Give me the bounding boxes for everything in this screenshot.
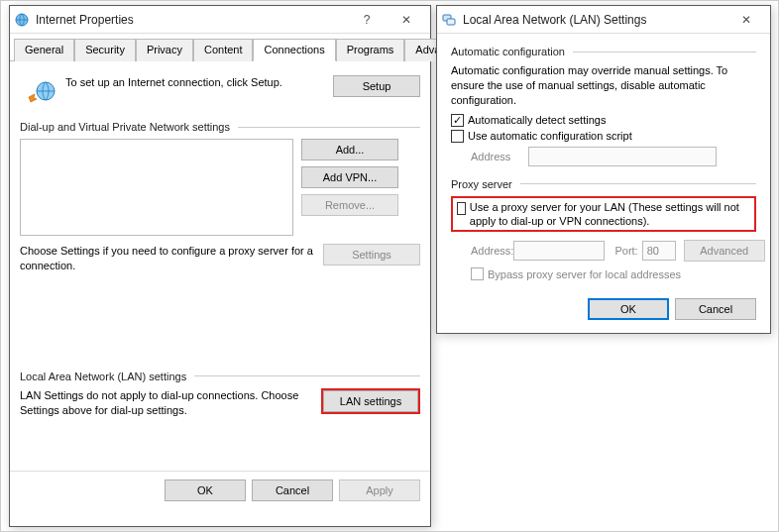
- setup-button[interactable]: Setup: [333, 75, 420, 97]
- cancel-button[interactable]: Cancel: [675, 298, 756, 320]
- use-script-checkbox[interactable]: [451, 130, 464, 143]
- script-address-input: [528, 147, 717, 166]
- tab-content[interactable]: Content: [193, 39, 254, 61]
- bypass-checkbox: [471, 267, 484, 280]
- script-address-label: Address: [471, 151, 528, 162]
- use-script-label: Use automatic configuration script: [468, 130, 632, 142]
- close-button[interactable]: ✕: [387, 9, 426, 31]
- tabstrip: General Security Privacy Content Connect…: [10, 34, 430, 61]
- proxy-header: Proxy server: [451, 178, 516, 190]
- close-button[interactable]: ✕: [726, 9, 766, 31]
- proxy-address-label: Address:: [471, 245, 513, 257]
- lan-settings-button[interactable]: LAN settings: [323, 390, 418, 412]
- dialup-listbox[interactable]: [20, 139, 293, 236]
- connection-wizard-icon: [26, 77, 57, 109]
- lan-settings-highlight: LAN settings: [321, 388, 420, 414]
- ok-button[interactable]: OK: [588, 298, 669, 320]
- internet-properties-window: Internet Properties ? ✕ General Security…: [9, 5, 431, 527]
- use-proxy-label: Use a proxy server for your LAN (These s…: [470, 200, 750, 229]
- network-icon: [441, 12, 457, 28]
- dialup-settings-button: Settings: [323, 244, 420, 266]
- tab-programs[interactable]: Programs: [336, 39, 405, 61]
- titlebar: Local Area Network (LAN) Settings ✕: [437, 6, 770, 34]
- dialup-note: Choose Settings if you need to configure…: [20, 244, 323, 273]
- window-title: Internet Properties: [36, 13, 347, 27]
- dialup-header: Dial-up and Virtual Private Network sett…: [20, 121, 234, 133]
- remove-button: Remove...: [301, 194, 398, 216]
- proxy-address-input: [513, 241, 605, 261]
- proxy-port-input: [642, 241, 676, 261]
- tab-security[interactable]: Security: [74, 39, 136, 61]
- lan-header: Local Area Network (LAN) settings: [20, 371, 190, 382]
- lan-note: LAN Settings do not apply to dial-up con…: [20, 388, 321, 418]
- ok-button[interactable]: OK: [165, 479, 246, 501]
- proxy-use-highlight: Use a proxy server for your LAN (These s…: [451, 196, 756, 233]
- auto-config-desc: Automatic configuration may override man…: [451, 63, 756, 108]
- lan-settings-window: Local Area Network (LAN) Settings ✕ Auto…: [436, 5, 771, 334]
- apply-button: Apply: [339, 479, 420, 501]
- bypass-label: Bypass proxy server for local addresses: [488, 268, 681, 280]
- add-vpn-button[interactable]: Add VPN...: [301, 166, 398, 188]
- tab-privacy[interactable]: Privacy: [136, 39, 193, 61]
- titlebar: Internet Properties ? ✕: [10, 6, 430, 34]
- cancel-button[interactable]: Cancel: [252, 479, 333, 501]
- svg-rect-3: [447, 19, 455, 25]
- tab-general[interactable]: General: [14, 39, 74, 61]
- auto-config-header: Automatic configuration: [451, 46, 569, 57]
- help-button[interactable]: ?: [347, 9, 387, 31]
- setup-text: To set up an Internet connection, click …: [65, 75, 333, 89]
- window-title: Local Area Network (LAN) Settings: [463, 13, 726, 27]
- add-button[interactable]: Add...: [301, 139, 398, 160]
- advanced-button: Advanced: [684, 240, 765, 262]
- internet-options-icon: [14, 12, 30, 28]
- tab-connections[interactable]: Connections: [253, 39, 335, 61]
- auto-detect-label: Automatically detect settings: [468, 114, 606, 126]
- use-proxy-checkbox[interactable]: [457, 202, 466, 215]
- auto-detect-checkbox[interactable]: [451, 114, 464, 127]
- proxy-port-label: Port:: [614, 245, 637, 257]
